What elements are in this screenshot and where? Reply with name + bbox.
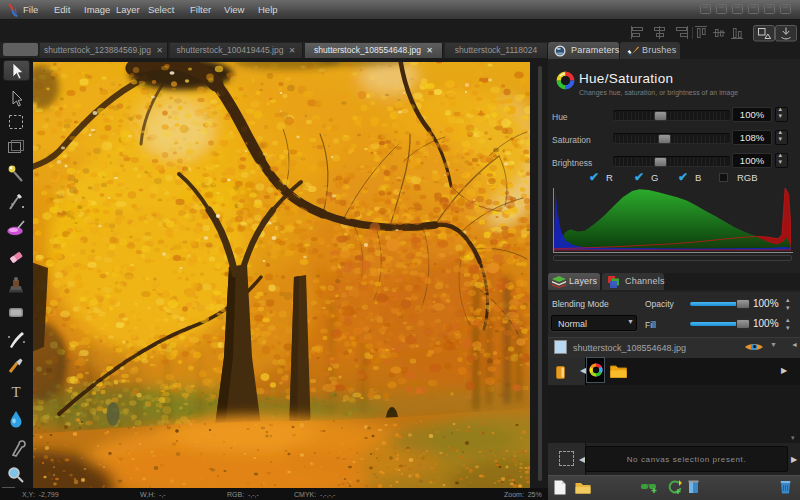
svg-text:T: T: [11, 384, 20, 400]
